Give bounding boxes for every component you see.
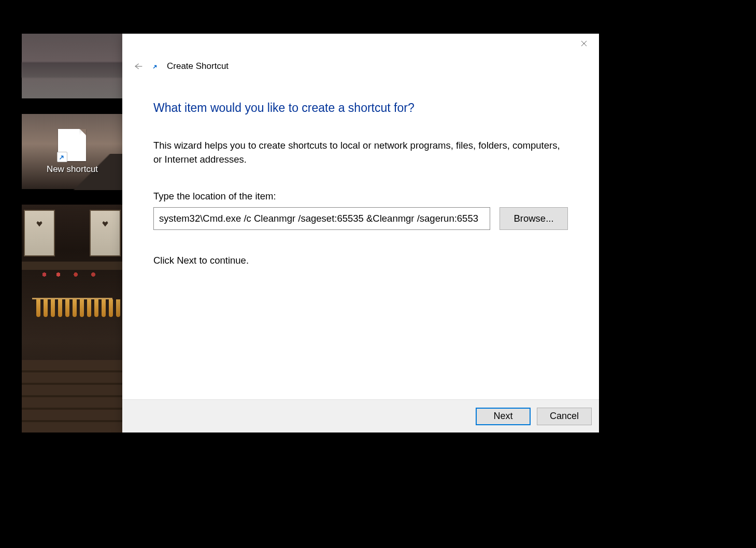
wallpaper-segment — [22, 205, 123, 432]
shortcut-arrow-icon — [57, 152, 67, 162]
location-input[interactable] — [153, 207, 490, 230]
cancel-button[interactable]: Cancel — [537, 408, 592, 425]
close-icon — [581, 40, 587, 47]
file-icon — [58, 129, 86, 161]
decoration — [22, 262, 123, 270]
create-shortcut-dialog: Create Shortcut What item would you like… — [122, 34, 599, 432]
wallpaper-gap — [22, 189, 123, 205]
screenshot-background: New shortcut — [0, 0, 756, 548]
location-row: Browse... — [153, 207, 568, 230]
dialog-content: What item would you like to create a sho… — [122, 78, 599, 399]
decoration — [37, 271, 107, 278]
next-button[interactable]: Next — [476, 408, 531, 425]
continue-instruction: Click Next to continue. — [153, 255, 568, 266]
dialog-titlebar — [122, 34, 599, 53]
wallpaper-segment — [22, 34, 123, 98]
location-label: Type the location of the item: — [153, 191, 568, 202]
wallpaper-segment: New shortcut — [22, 114, 123, 189]
decoration — [90, 210, 121, 256]
wizard-headline: What item would you like to create a sho… — [153, 101, 568, 115]
decoration — [24, 210, 55, 256]
back-arrow-icon — [133, 61, 143, 71]
desktop-background: New shortcut — [22, 34, 123, 432]
wizard-help-text: This wizard helps you to create shortcut… — [153, 139, 568, 167]
dialog-title: Create Shortcut — [167, 61, 229, 71]
dialog-footer: Next Cancel — [122, 399, 599, 432]
back-button[interactable] — [132, 60, 144, 73]
wallpaper-gap — [22, 98, 123, 114]
browse-button[interactable]: Browse... — [500, 207, 568, 230]
close-button[interactable] — [572, 35, 596, 52]
decoration — [22, 360, 123, 432]
desktop-shortcut[interactable]: New shortcut — [47, 129, 98, 175]
shortcut-wizard-icon — [151, 62, 160, 70]
decoration — [36, 299, 123, 317]
desktop-shortcut-label: New shortcut — [47, 164, 98, 175]
dialog-header: Create Shortcut — [122, 53, 599, 78]
